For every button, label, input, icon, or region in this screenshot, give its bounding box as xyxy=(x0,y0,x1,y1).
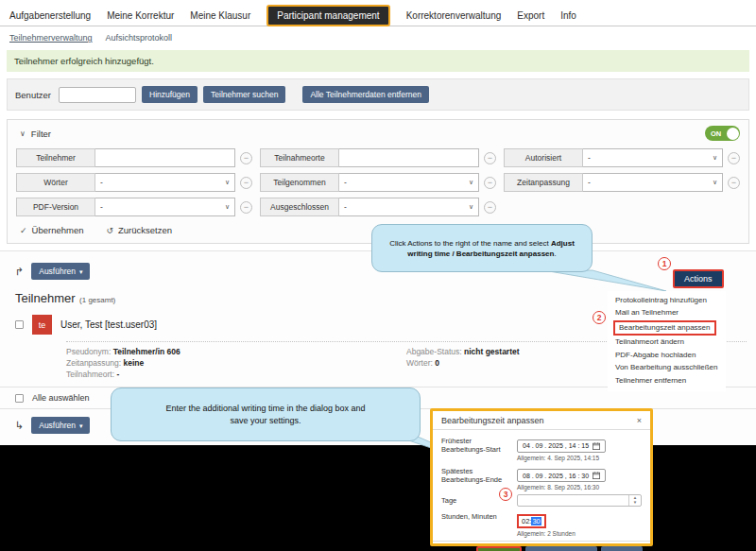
minus-circle-icon[interactable]: − xyxy=(728,177,740,189)
top-navigation: Aufgabenerstellung Meine Korrektur Meine… xyxy=(0,0,756,26)
filter-empty-cell xyxy=(504,198,740,216)
ausfuehren-top-button[interactable]: Ausführen▾ xyxy=(31,263,90,280)
filter-field-autorisiert: Autorisiert -∨ − xyxy=(504,148,740,167)
detail-label: Wörter: xyxy=(406,358,433,368)
participant-checkbox[interactable] xyxy=(15,320,24,329)
participants-heading: Teilnehmer xyxy=(15,291,76,305)
menu-item-entfernen[interactable]: Teilnehmer entfernen xyxy=(613,374,720,387)
detail-label: Pseudonym: xyxy=(66,347,111,356)
menu-item-ausschliessen[interactable]: Von Bearbeitung ausschließen xyxy=(613,362,720,375)
hours-value: 02 xyxy=(522,517,529,525)
abschicken-button[interactable]: Abschicken xyxy=(476,546,522,551)
filter-label: Teilnehmer xyxy=(16,148,95,167)
caret-down-icon: ▾ xyxy=(79,268,83,275)
filter-label: Ausgeschlossen xyxy=(260,198,339,216)
ausfuehren-label: Ausführen xyxy=(39,421,76,430)
nav-info[interactable]: Info xyxy=(560,10,576,21)
uebernehmen-button[interactable]: ✓Übernehmen xyxy=(20,225,83,235)
anpassung-entfernen-button[interactable]: Anpassung entfernen xyxy=(525,546,598,551)
filter-field-zeitanpassung: Zeitanpassung -∨ − xyxy=(504,173,740,192)
minutes-value-selected: 30 xyxy=(531,517,541,525)
benutzer-input[interactable] xyxy=(59,87,136,103)
spaetestes-ende-input[interactable]: 08 . 09 . 2025 , 16 : 30 xyxy=(517,469,606,482)
filter-collapse-toggle[interactable]: ∨ Filter xyxy=(16,129,51,139)
autorisiert-filter-select[interactable]: -∨ xyxy=(583,148,723,167)
filter-field-teilgenommen: Teilgenommen -∨ − xyxy=(260,173,496,192)
menu-item-mail[interactable]: Mail an Teilnehmer xyxy=(613,307,720,320)
minus-circle-icon[interactable]: − xyxy=(484,201,496,214)
tage-input[interactable]: ▲▼ xyxy=(517,494,642,507)
abbrechen-button[interactable]: Abbrechen xyxy=(601,546,643,551)
filter-label: PDF-Version xyxy=(16,198,95,216)
field-note: Allgemein: 4. Sep 2025, 14:15 xyxy=(517,455,642,461)
field-label-stunden-minuten: Stunden, Minuten xyxy=(441,510,517,537)
zeitanpassung-filter-select[interactable]: -∨ xyxy=(583,173,723,192)
close-icon[interactable]: × xyxy=(637,416,642,425)
menu-item-bearbeitungszeit-anpassen[interactable]: Bearbeitungszeit anpassen xyxy=(613,320,716,336)
field-label-fruehester-start: Frühester Bearbeitungs-Start xyxy=(441,435,517,461)
teilnehmer-filter-input[interactable] xyxy=(95,148,235,167)
hinzufuegen-button[interactable]: Hinzufügen xyxy=(142,86,198,103)
nav-korrektorenverwaltung[interactable]: Korrektorenverwaltung xyxy=(406,10,502,21)
number-spinner-icon[interactable]: ▲▼ xyxy=(628,495,641,506)
add-user-toolbar: Benutzer Hinzufügen Teilnehmer suchen Al… xyxy=(7,78,749,111)
callout-step2: Enter the additional writing time in the… xyxy=(111,387,421,441)
minus-circle-icon[interactable]: − xyxy=(484,152,496,164)
fruehester-start-input[interactable]: 04 . 09 . 2025 , 14 : 15 xyxy=(517,439,606,453)
caret-down-icon: ∨ xyxy=(713,154,717,162)
minus-circle-icon[interactable]: − xyxy=(240,152,252,164)
avatar: te xyxy=(32,315,52,335)
teilnahmeorte-filter-input[interactable] xyxy=(339,148,479,167)
select-all-label: Alle auswählen xyxy=(32,393,90,403)
alle-teilnehmerdaten-entfernen-button[interactable]: Alle Teilnehmerdaten entfernen xyxy=(302,86,429,103)
nav-export[interactable]: Export xyxy=(517,10,544,21)
actions-button[interactable]: Actions xyxy=(673,269,724,288)
detail-value: - xyxy=(116,370,119,379)
breadcrumb-teilnehmerverwaltung[interactable]: Teilnehmerverwaltung xyxy=(9,33,93,43)
toggle-on-label: ON xyxy=(711,129,721,138)
detail-value: 0 xyxy=(435,358,439,368)
ausfuehren-label: Ausführen xyxy=(39,267,76,276)
pdf-version-filter-select[interactable]: -∨ xyxy=(95,198,235,216)
teilgenommen-filter-select[interactable]: -∨ xyxy=(339,173,479,192)
page: Aufgabenerstellung Meine Korrektur Meine… xyxy=(0,0,756,551)
callout2-text: save your settings. xyxy=(230,416,301,425)
filter-label: Teilgenommen xyxy=(260,173,339,192)
filter-field-woerter: Wörter -∨ − xyxy=(16,173,252,192)
filter-field-pdf-version: PDF-Version -∨ − xyxy=(16,198,252,216)
zuruecksetzen-button[interactable]: ↺Zurücksetzen xyxy=(106,225,172,235)
woerter-filter-select[interactable]: -∨ xyxy=(95,173,235,192)
nav-meine-korrektur[interactable]: Meine Korrektur xyxy=(107,10,174,21)
menu-item-pdf-abgabe[interactable]: PDF-Abgabe hochladen xyxy=(613,349,720,362)
teilnehmer-suchen-button[interactable]: Teilnehmer suchen xyxy=(203,86,285,103)
minus-circle-icon[interactable]: − xyxy=(728,152,740,164)
participant-name-link[interactable]: User, Test [test.user03] xyxy=(60,319,157,330)
select-value: - xyxy=(100,202,103,212)
uebernehmen-label: Übernehmen xyxy=(32,225,84,235)
ausfuehren-bottom-button[interactable]: Ausführen▾ xyxy=(31,417,90,434)
detail-label: Zeitanpassung: xyxy=(66,358,121,368)
select-value: - xyxy=(588,153,591,163)
apply-below-arrow-icon: ↳ xyxy=(15,420,24,432)
reset-icon: ↺ xyxy=(106,226,113,235)
menu-item-protokolleintrag[interactable]: Protokolleintrag hinzufügen xyxy=(613,294,720,307)
minus-circle-icon[interactable]: − xyxy=(484,177,496,189)
caret-down-icon: ∨ xyxy=(469,203,473,211)
ausgeschlossen-filter-select[interactable]: -∨ xyxy=(339,198,479,216)
nav-meine-klausur[interactable]: Meine Klausur xyxy=(190,10,250,21)
actions-dropdown-menu: Protokolleintrag hinzufügen Mail an Teil… xyxy=(608,291,726,391)
stunden-minuten-input[interactable]: 02:30 xyxy=(517,514,546,528)
nav-aufgabenerstellung[interactable]: Aufgabenerstellung xyxy=(9,10,91,21)
breadcrumb-aufsichtsprotokoll[interactable]: Aufsichtsprotokoll xyxy=(106,33,173,43)
check-icon: ✓ xyxy=(20,226,27,235)
nav-participant-management[interactable]: Participant management xyxy=(266,5,389,26)
filter-on-toggle[interactable]: ON xyxy=(705,126,740,141)
detail-value: keine xyxy=(124,358,145,368)
minus-circle-icon[interactable]: − xyxy=(240,201,252,214)
bearbeitungszeit-dialog: Bearbeitungszeit anpassen × Frühester Be… xyxy=(430,408,653,546)
caret-down-icon: ▾ xyxy=(79,422,83,429)
caret-down-icon: ∨ xyxy=(225,203,230,211)
minus-circle-icon[interactable]: − xyxy=(240,177,252,189)
select-all-checkbox[interactable] xyxy=(15,394,24,403)
menu-item-teilnahmeort[interactable]: Teilnahmeort ändern xyxy=(613,336,720,350)
